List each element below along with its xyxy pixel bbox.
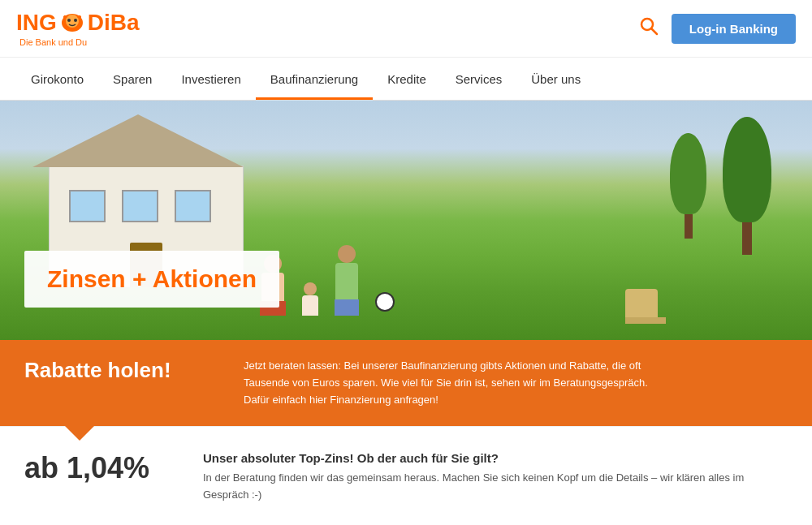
search-icon [639, 16, 659, 36]
nav-link-kredite[interactable]: Kredite [373, 58, 441, 97]
login-button[interactable]: Log-in Banking [672, 14, 796, 44]
logo-diba-text: DiBa [88, 10, 140, 36]
logo-lion-icon [59, 12, 85, 33]
nav-item-sparen[interactable]: Sparen [98, 58, 166, 100]
nav-item-investieren[interactable]: Investieren [166, 58, 255, 100]
nav-link-sparen[interactable]: Sparen [98, 58, 166, 97]
hero-people [260, 245, 395, 316]
nav-link-investieren[interactable]: Investieren [166, 58, 255, 97]
nav-link-baufinanzierung[interactable]: Baufinanzierung [256, 58, 373, 100]
house-window-right [122, 190, 158, 222]
nav-item-kredite[interactable]: Kredite [373, 58, 441, 100]
rate-info-desc: In der Beratung finden wir das gemeinsam… [203, 470, 788, 504]
person-man [335, 245, 359, 316]
nav-link-services[interactable]: Services [441, 58, 517, 97]
tree-right [723, 117, 771, 255]
house-window-far [175, 190, 211, 222]
logo-ing-text: ING [16, 10, 57, 36]
nav-item-girokonto[interactable]: Girokonto [16, 58, 98, 100]
hero-section: Zinsen + Aktionen [0, 101, 812, 340]
rate-info: Unser absoluter Top-Zins! Ob der auch fü… [203, 451, 788, 504]
rate-info-title: Unser absoluter Top-Zins! Ob der auch fü… [203, 451, 788, 465]
hero-overlay: Zinsen + Aktionen [24, 251, 279, 308]
cta-arrow [65, 426, 94, 441]
tree-right2 [670, 133, 706, 239]
hero-overlay-text: Zinsen + Aktionen [47, 265, 257, 292]
house-roof [32, 114, 244, 167]
search-button[interactable] [639, 16, 659, 41]
logo-tagline: Die Bank und Du [19, 37, 140, 47]
svg-line-5 [651, 29, 657, 35]
nav-link-girokonto[interactable]: Girokonto [16, 58, 98, 97]
bottom-section: ab 1,04% Unser absoluter Top-Zins! Ob de… [0, 426, 812, 520]
header-actions: Log-in Banking [639, 14, 796, 44]
cta-text: Jetzt beraten lassen: Bei unserer Baufin… [244, 358, 666, 408]
cta-title: Rabatte holen! [24, 358, 211, 383]
main-nav: Girokonto Sparen Investieren Baufinanzie… [0, 58, 812, 101]
house-window-left [69, 190, 106, 222]
cta-banner: Rabatte holen! Jetzt beraten lassen: Bei… [0, 340, 812, 426]
person-child [302, 282, 318, 316]
interest-rate: ab 1,04% [24, 451, 154, 485]
svg-point-2 [67, 19, 71, 22]
nav-link-ueber-uns[interactable]: Über uns [516, 58, 595, 97]
nav-item-services[interactable]: Services [441, 58, 517, 100]
logo: ING DiBa Die Bank und Du [16, 10, 140, 47]
soccer-ball [375, 292, 395, 312]
svg-point-3 [74, 19, 77, 22]
nav-item-baufinanzierung[interactable]: Baufinanzierung [256, 58, 373, 100]
garden-chairs [625, 289, 666, 324]
nav-item-ueber-uns[interactable]: Über uns [516, 58, 595, 100]
header: ING DiBa Die Bank und Du Log-in Banking [0, 0, 812, 58]
